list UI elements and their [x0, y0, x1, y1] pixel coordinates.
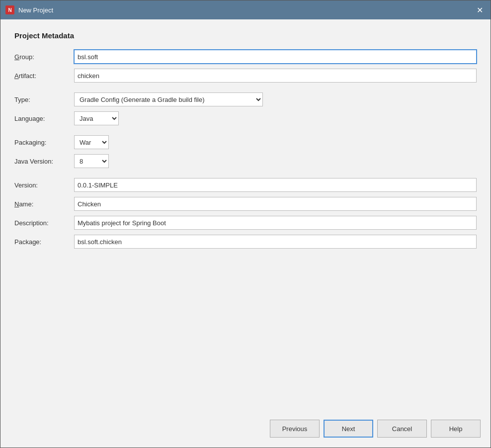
java-version-field: 8 11 17	[74, 154, 477, 168]
artifact-label-text: Artifact:	[14, 72, 36, 80]
description-input[interactable]	[74, 216, 477, 230]
cancel-button[interactable]: Cancel	[377, 420, 427, 438]
help-button[interactable]: Help	[431, 420, 481, 438]
language-label: Language:	[14, 115, 74, 122]
package-label-text: Package:	[14, 238, 41, 246]
app-icon: N	[5, 5, 14, 14]
group-label: Group:	[14, 53, 74, 61]
dialog-title: New Project	[18, 6, 53, 14]
package-field	[74, 235, 477, 249]
group-row: Group:	[14, 50, 477, 64]
package-label: Package:	[14, 238, 74, 246]
artifact-label: Artifact:	[14, 72, 74, 80]
title-bar-left: N New Project	[5, 5, 53, 14]
type-select[interactable]: Gradle Config (Generate a Gradle build f…	[74, 92, 263, 106]
name-label: Name:	[14, 200, 74, 208]
packaging-field: War Jar	[74, 135, 477, 149]
name-row: Name:	[14, 197, 477, 211]
group-input[interactable]	[74, 50, 477, 64]
dialog-content: Project Metadata Group: Artifact: Type:	[0, 19, 491, 412]
artifact-input[interactable]	[74, 69, 477, 83]
close-button[interactable]: ✕	[474, 4, 486, 16]
type-label: Type:	[14, 96, 74, 103]
version-field	[74, 178, 477, 192]
group-field	[74, 50, 477, 64]
language-select[interactable]: Java Kotlin Groovy	[74, 111, 119, 125]
version-row: Version:	[14, 178, 477, 192]
dialog-footer: Previous Next Cancel Help	[0, 412, 491, 448]
java-version-row: Java Version: 8 11 17	[14, 154, 477, 168]
package-row: Package:	[14, 235, 477, 249]
packaging-label-text: Packaging:	[14, 139, 46, 146]
next-button[interactable]: Next	[324, 420, 373, 438]
artifact-field	[74, 69, 477, 83]
description-row: Description:	[14, 216, 477, 230]
language-label-text: Language:	[14, 115, 45, 122]
type-row: Type: Gradle Config (Generate a Gradle b…	[14, 92, 477, 106]
title-bar: N New Project ✕	[0, 0, 491, 19]
separator-1	[14, 88, 477, 92]
previous-button[interactable]: Previous	[270, 420, 320, 438]
type-field: Gradle Config (Generate a Gradle build f…	[74, 92, 477, 106]
version-label: Version:	[14, 181, 74, 189]
java-version-select[interactable]: 8 11 17	[74, 154, 109, 168]
section-title: Project Metadata	[14, 31, 477, 40]
java-version-label-text: Java Version:	[14, 158, 53, 165]
language-row: Language: Java Kotlin Groovy	[14, 111, 477, 125]
packaging-select[interactable]: War Jar	[74, 135, 109, 149]
separator-2	[14, 130, 477, 135]
group-label-text: Group:	[14, 53, 34, 61]
version-input[interactable]	[74, 178, 477, 192]
artifact-row: Artifact:	[14, 69, 477, 83]
description-label-text: Description:	[14, 219, 49, 227]
type-label-text: Type:	[14, 96, 30, 103]
package-input[interactable]	[74, 235, 477, 249]
new-project-dialog: N New Project ✕ Project Metadata Group: …	[0, 0, 491, 448]
version-label-text: Version:	[14, 181, 38, 189]
name-field	[74, 197, 477, 211]
description-field	[74, 216, 477, 230]
java-version-label: Java Version:	[14, 158, 74, 165]
name-input[interactable]	[74, 197, 477, 211]
language-field: Java Kotlin Groovy	[74, 111, 477, 125]
packaging-label: Packaging:	[14, 139, 74, 146]
name-label-text: Name:	[14, 200, 33, 208]
packaging-row: Packaging: War Jar	[14, 135, 477, 149]
description-label: Description:	[14, 219, 74, 227]
separator-3	[14, 173, 477, 178]
